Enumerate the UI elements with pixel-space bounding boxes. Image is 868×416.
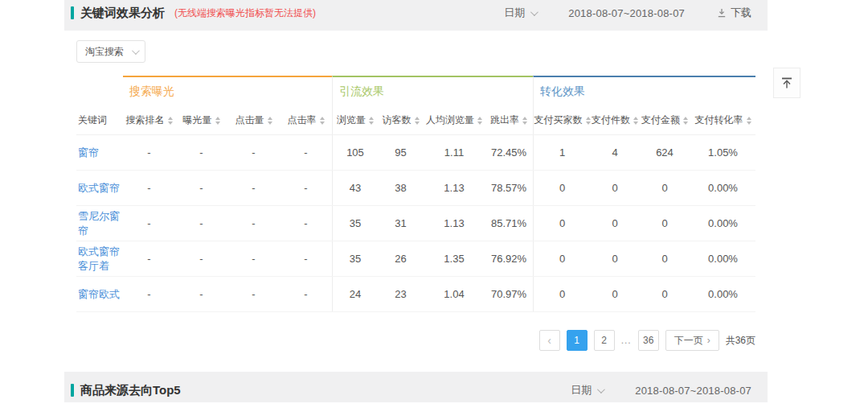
- cell: 105: [332, 135, 378, 170]
- column-header-search-rank[interactable]: 搜索排名: [123, 106, 175, 134]
- column-header-keyword: 关键词: [76, 106, 123, 134]
- cell: -: [280, 241, 332, 276]
- cell: 1: [533, 135, 591, 170]
- pagination-page-2[interactable]: 2: [594, 330, 615, 351]
- column-header-bounce-rate[interactable]: 跳出率: [485, 106, 533, 134]
- section-header-product-source: 商品来源去向Top5 日期 2018-08-07~2018-08-07: [64, 378, 768, 402]
- date-filter-label: 日期: [504, 6, 525, 20]
- keyword-table-card: 淘宝搜索 搜索曝光 引流效果 转化效果 关键词 搜索排名 曝光量 点击量 点击率…: [64, 31, 768, 372]
- section-title: 关键词效果分析: [80, 6, 165, 21]
- cell: 4: [591, 135, 639, 170]
- cell: 0: [591, 241, 639, 276]
- sort-icon: [633, 117, 638, 125]
- keyword-link[interactable]: 窗帘: [76, 146, 99, 160]
- table-row: 窗帘 - - - - 105 95 1.11 72.45% 1 4 624 1.…: [76, 135, 755, 171]
- cell: -: [123, 171, 175, 205]
- column-header-paying-buyers[interactable]: 支付买家数: [533, 106, 591, 134]
- cell: 85.71%: [485, 206, 533, 241]
- pagination-next-button[interactable]: 下一页 ›: [665, 330, 719, 351]
- sort-icon: [586, 117, 591, 125]
- group-conversion-effect: 转化效果: [533, 76, 755, 106]
- date-filter-dropdown[interactable]: 日期: [571, 383, 603, 397]
- column-header-exposure[interactable]: 曝光量: [175, 106, 227, 134]
- cell: 1.05%: [690, 135, 755, 170]
- cell: 31: [378, 206, 424, 241]
- cell: -: [227, 135, 280, 170]
- table-row: 窗帘欧式 - - - - 24 23 1.04 70.97% 0 0 0 0.0…: [76, 277, 755, 312]
- section-note: (无线端搜索曝光指标暂无法提供): [174, 6, 316, 20]
- column-header-paid-items[interactable]: 支付件数: [591, 106, 639, 134]
- pagination: ‹ 1 2 ... 36 下一页 › 共36页: [76, 330, 755, 351]
- chevron-down-icon: [530, 8, 538, 16]
- sort-icon: [683, 117, 688, 125]
- cell: 24: [332, 277, 378, 311]
- column-header-visitors[interactable]: 访客数: [378, 106, 424, 134]
- cell: 38: [378, 171, 424, 205]
- cell: 0.00%: [690, 206, 755, 241]
- pagination-prev-button[interactable]: ‹: [539, 330, 560, 351]
- keyword-link[interactable]: 欧式窗帘: [76, 181, 120, 196]
- table-row: 欧式窗帘客厅着 - - - - 35 26 1.35 76.92% 0 0 0 …: [76, 241, 755, 277]
- cell: -: [123, 241, 175, 276]
- cell: 1.04: [424, 277, 485, 311]
- cell: 1.11: [424, 135, 485, 170]
- column-header-ctr[interactable]: 点击率: [280, 106, 332, 134]
- cell: 0.00%: [690, 277, 755, 311]
- cell: -: [175, 135, 227, 170]
- cell: 78.57%: [485, 171, 533, 205]
- back-to-top-button[interactable]: [773, 68, 800, 98]
- sort-icon: [320, 117, 325, 125]
- cell: 0.00%: [690, 171, 755, 205]
- cell: 624: [639, 135, 690, 170]
- pagination-page-1[interactable]: 1: [567, 330, 588, 351]
- column-header-payment-amount[interactable]: 支付金额: [639, 106, 690, 134]
- group-search-exposure: 搜索曝光: [123, 76, 332, 106]
- cell: 0: [591, 206, 639, 241]
- channel-select[interactable]: 淘宝搜索: [76, 40, 145, 63]
- column-header-pageviews[interactable]: 浏览量: [332, 106, 378, 134]
- cell: 43: [332, 171, 378, 205]
- pagination-page-36[interactable]: 36: [638, 330, 659, 351]
- pagination-ellipsis: ...: [621, 335, 632, 346]
- group-traffic-effect: 引流效果: [332, 76, 533, 106]
- keyword-link[interactable]: 窗帘欧式: [76, 287, 120, 302]
- chevron-down-icon: [132, 47, 140, 55]
- group-spacer: [76, 76, 123, 106]
- cell: -: [280, 135, 332, 170]
- table-header-row: 关键词 搜索排名 曝光量 点击量 点击率 浏览量 访客数 人均浏览量 跳出率 支…: [76, 106, 755, 135]
- cell: 0: [639, 241, 690, 276]
- download-label: 下载: [731, 6, 751, 20]
- column-group-row: 搜索曝光 引流效果 转化效果: [76, 76, 755, 106]
- cell: -: [280, 171, 332, 205]
- keyword-link[interactable]: 欧式窗帘客厅着: [76, 245, 123, 274]
- date-filter-dropdown[interactable]: 日期: [504, 6, 536, 20]
- cell: 76.92%: [485, 241, 533, 276]
- download-button[interactable]: 下载: [717, 6, 751, 20]
- section-header-keyword-analysis: 关键词效果分析 (无线端搜索曝光指标暂无法提供) 日期 2018-08-07~2…: [64, 0, 768, 26]
- cell: -: [280, 277, 332, 311]
- column-header-payment-conversion[interactable]: 支付转化率: [690, 106, 755, 134]
- date-range: 2018-08-07~2018-08-07: [635, 385, 751, 397]
- next-card-top: [64, 402, 768, 416]
- section-accent-bar: [71, 6, 74, 19]
- chevron-down-icon: [597, 385, 605, 393]
- column-header-clicks[interactable]: 点击量: [227, 106, 280, 134]
- sort-icon: [168, 117, 173, 125]
- column-header-avg-views[interactable]: 人均浏览量: [424, 106, 485, 134]
- cell: -: [175, 241, 227, 276]
- cell: -: [227, 277, 280, 311]
- cell: -: [227, 241, 280, 276]
- cell: 1.13: [424, 171, 485, 205]
- cell: 72.45%: [485, 135, 533, 170]
- cell: 0.00%: [690, 241, 755, 276]
- cell: 0: [639, 171, 690, 205]
- cell: 35: [332, 206, 378, 241]
- cell: 70.97%: [485, 277, 533, 311]
- sort-icon: [369, 117, 374, 125]
- cell: 0: [533, 206, 591, 241]
- cell: -: [175, 206, 227, 241]
- channel-select-value: 淘宝搜索: [85, 45, 124, 59]
- section-accent-bar: [71, 384, 74, 397]
- keyword-link[interactable]: 雪尼尔窗帘: [76, 209, 123, 238]
- cell: 95: [378, 135, 424, 170]
